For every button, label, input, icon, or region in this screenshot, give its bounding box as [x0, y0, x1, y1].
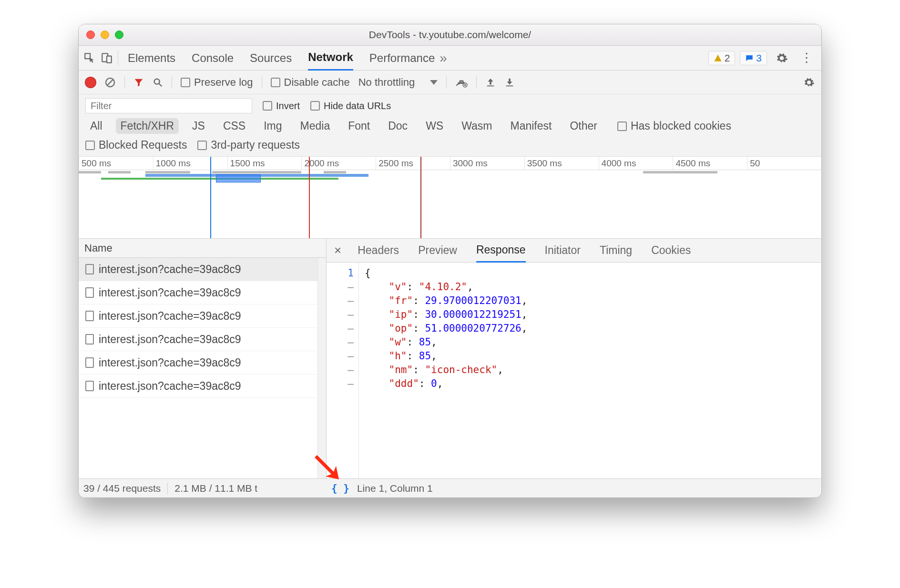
requests-list[interactable]: interest.json?cache=39ac8c9interest.json… — [79, 258, 326, 478]
devtools-window: DevTools - tv.youtube.com/welcome/ Eleme… — [78, 24, 822, 498]
more-options-icon[interactable]: ⋮ — [797, 51, 817, 65]
requests-panel: Name interest.json?cache=39ac8c9interest… — [79, 239, 327, 478]
device-toolbar-icon[interactable] — [101, 52, 113, 64]
close-detail-icon[interactable]: × — [334, 243, 343, 258]
timeline-tick: 1500 ms — [227, 157, 302, 170]
status-right: { } Line 1, Column 1 — [327, 483, 821, 494]
panel-tab-network[interactable]: Network — [308, 46, 353, 71]
request-row[interactable]: interest.json?cache=39ac8c9 — [79, 328, 326, 351]
search-icon[interactable] — [153, 77, 163, 88]
throttling-select[interactable]: No throttling — [358, 76, 438, 89]
network-toolbar: Preserve log Disable cache No throttling — [79, 71, 821, 94]
disable-cache-checkbox[interactable]: Disable cache — [271, 76, 350, 89]
network-timeline[interactable]: 500 ms1000 ms1500 ms2000 ms2500 ms3000 m… — [79, 157, 821, 239]
timeline-tick: 2000 ms — [301, 157, 376, 170]
detail-tab-timing[interactable]: Timing — [600, 239, 632, 263]
network-settings-icon[interactable] — [803, 77, 815, 88]
blocked-requests-checkbox[interactable]: Blocked Requests — [85, 139, 187, 152]
status-bar: 39 / 445 requests 2.1 MB / 11.1 MB t { }… — [79, 478, 821, 497]
detail-tab-headers[interactable]: Headers — [358, 239, 399, 263]
filter-icon[interactable] — [133, 77, 144, 88]
requests-header[interactable]: Name — [79, 239, 326, 258]
has-blocked-cookies-checkbox[interactable]: Has blocked cookies — [617, 120, 731, 132]
type-filter-doc[interactable]: Doc — [383, 118, 412, 134]
messages-count: 3 — [756, 52, 762, 64]
type-filter-css[interactable]: CSS — [218, 118, 250, 134]
type-filter-all[interactable]: All — [85, 118, 107, 134]
svg-rect-7 — [487, 85, 494, 86]
timeline-tick: 50 — [747, 157, 821, 170]
hide-data-urls-checkbox[interactable]: Hide data URLs — [310, 101, 391, 112]
type-filter-media[interactable]: Media — [296, 118, 335, 134]
request-row[interactable]: interest.json?cache=39ac8c9 — [79, 351, 326, 375]
detail-panel: × HeadersPreviewResponseInitiatorTimingC… — [327, 239, 821, 478]
timeline-tick: 2500 ms — [376, 157, 450, 170]
detail-tab-response[interactable]: Response — [476, 239, 526, 263]
panel-tabs: ElementsConsoleSourcesNetworkPerformance — [123, 46, 435, 71]
timeline-tick: 4000 ms — [599, 157, 673, 170]
preserve-log-checkbox[interactable]: Preserve log — [181, 76, 253, 89]
filter-area: Invert Hide data URLs AllFetch/XHRJSCSSI… — [79, 94, 821, 157]
timeline-tick: 4500 ms — [673, 157, 747, 170]
record-button[interactable] — [85, 77, 96, 88]
request-row[interactable]: interest.json?cache=39ac8c9 — [79, 281, 326, 304]
svg-rect-1 — [107, 56, 112, 62]
window-controls — [79, 30, 123, 39]
minimize-window-button[interactable] — [101, 30, 109, 39]
svg-rect-8 — [506, 85, 513, 86]
settings-icon[interactable] — [772, 52, 792, 64]
pretty-print-button[interactable]: { } — [331, 483, 349, 494]
close-window-button[interactable] — [86, 30, 95, 39]
filter-input[interactable] — [85, 98, 252, 113]
timeline-tick: 500 ms — [79, 157, 153, 170]
chevron-down-icon — [430, 80, 438, 85]
titlebar: DevTools - tv.youtube.com/welcome/ — [79, 24, 821, 46]
zoom-window-button[interactable] — [115, 30, 123, 39]
file-icon — [85, 334, 94, 345]
panel-tab-sources[interactable]: Sources — [250, 46, 292, 71]
resource-type-filters: AllFetch/XHRJSCSSImgMediaFontDocWSWasmMa… — [85, 118, 815, 134]
scrollbar[interactable] — [317, 258, 326, 478]
more-panels-icon[interactable]: » — [440, 51, 447, 66]
panel-tab-performance[interactable]: Performance — [369, 46, 435, 71]
import-har-icon[interactable] — [485, 77, 496, 88]
export-har-icon[interactable] — [504, 77, 515, 88]
file-icon — [85, 311, 94, 321]
svg-point-4 — [154, 79, 160, 84]
timeline-tick: 1000 ms — [153, 157, 227, 170]
file-icon — [85, 357, 94, 368]
type-filter-js[interactable]: JS — [187, 118, 210, 134]
type-filter-fetch-xhr[interactable]: Fetch/XHR — [116, 118, 179, 134]
request-row[interactable]: interest.json?cache=39ac8c9 — [79, 304, 326, 328]
type-filter-manifest[interactable]: Manifest — [506, 118, 557, 134]
invert-checkbox[interactable]: Invert — [263, 101, 300, 112]
panel-tab-elements[interactable]: Elements — [128, 46, 175, 71]
request-row[interactable]: interest.json?cache=39ac8c9 — [79, 258, 326, 281]
response-viewer[interactable]: 1–––––––– { "v": "4.10.2", "fr": 29.9700… — [327, 263, 821, 478]
inspect-element-icon[interactable] — [83, 52, 96, 64]
status-requests: 39 / 445 requests — [83, 483, 161, 494]
panel-tabs-row: ElementsConsoleSourcesNetworkPerformance… — [79, 46, 821, 71]
detail-tab-initiator[interactable]: Initiator — [545, 239, 581, 263]
warnings-count: 2 — [725, 52, 730, 64]
type-filter-ws[interactable]: WS — [421, 118, 448, 134]
timeline-tick: 3000 ms — [450, 157, 524, 170]
status-left: 39 / 445 requests 2.1 MB / 11.1 MB t — [79, 483, 327, 494]
file-icon — [85, 264, 94, 274]
timeline-tick: 3500 ms — [524, 157, 599, 170]
type-filter-wasm[interactable]: Wasm — [457, 118, 497, 134]
warnings-badge[interactable]: 2 — [708, 51, 736, 65]
detail-tab-preview[interactable]: Preview — [418, 239, 457, 263]
network-conditions-icon[interactable] — [455, 77, 468, 88]
svg-line-5 — [159, 83, 162, 86]
type-filter-img[interactable]: Img — [259, 118, 286, 134]
type-filter-font[interactable]: Font — [343, 118, 375, 134]
detail-tab-cookies[interactable]: Cookies — [651, 239, 691, 263]
panel-tab-console[interactable]: Console — [192, 46, 234, 71]
request-row[interactable]: interest.json?cache=39ac8c9 — [79, 375, 326, 398]
type-filter-other[interactable]: Other — [565, 118, 602, 134]
status-transfer: 2.1 MB / 11.1 MB t — [174, 483, 257, 494]
third-party-checkbox[interactable]: 3rd-party requests — [197, 139, 300, 152]
messages-badge[interactable]: 3 — [740, 51, 767, 65]
clear-icon[interactable] — [104, 77, 116, 88]
